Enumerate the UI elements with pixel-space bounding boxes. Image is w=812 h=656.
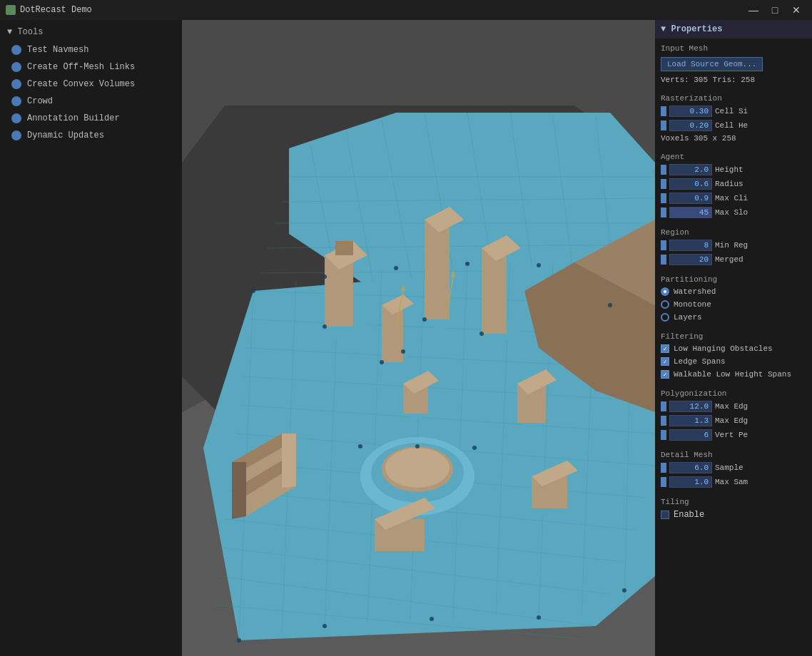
min-region-input[interactable] — [669, 240, 712, 251]
max-sample-err-slider[interactable] — [661, 477, 666, 487]
input-mesh-label: Input Mesh — [655, 41, 812, 54]
vert-per-poly-slider[interactable] — [661, 430, 666, 440]
walkable-low-label: Walkable Low Height Spans — [674, 370, 791, 379]
layers-radio-row[interactable]: Layers — [655, 311, 812, 324]
merged-row: Merged — [655, 252, 812, 267]
load-source-button[interactable]: Load Source Geom... — [661, 57, 763, 71]
tiling-enable-row[interactable]: Enable — [655, 508, 812, 522]
max-edge-len-input[interactable] — [669, 401, 712, 412]
agent-climb-input[interactable] — [669, 193, 712, 204]
svg-point-80 — [465, 262, 470, 266]
merged-slider[interactable] — [661, 255, 666, 265]
agent-group: Agent Height Radius Max Cli Max Slo — [655, 147, 812, 222]
svg-point-77 — [251, 289, 255, 293]
sample-dist-row: Sample — [655, 461, 812, 475]
tiling-label: Tiling — [655, 495, 812, 508]
ledge-spans-row[interactable]: ✓ Ledge Spans — [655, 355, 812, 368]
agent-climb-row: Max Cli — [655, 191, 812, 205]
svg-point-94 — [358, 444, 362, 449]
watershed-radio[interactable] — [661, 287, 669, 296]
svg-point-87 — [622, 588, 626, 593]
monotone-label: Monotone — [674, 300, 711, 309]
walkable-low-checkbox[interactable]: ✓ — [661, 370, 669, 379]
partitioning-label: Partitioning — [655, 272, 812, 285]
minimize-button[interactable]: — — [744, 0, 763, 20]
tiling-checkbox[interactable] — [661, 511, 669, 519]
walkable-low-row[interactable]: ✓ Walkable Low Height Spans — [655, 368, 812, 381]
agent-slope-input[interactable] — [669, 207, 712, 218]
max-sample-err-input[interactable] — [669, 476, 712, 488]
maximize-button[interactable]: □ — [765, 0, 785, 20]
min-region-row: Min Reg — [655, 238, 812, 252]
sidebar-item-test-navmesh[interactable]: Test Navmesh — [0, 41, 182, 58]
max-edge-err-label: Max Edg — [715, 416, 806, 425]
viewport[interactable] — [182, 20, 655, 656]
monotone-radio-row[interactable]: Monotone — [655, 298, 812, 311]
sidebar-item-create-convex[interactable]: Create Convex Volumes — [0, 76, 182, 93]
input-mesh-group: Input Mesh Load Source Geom... Verts: 30… — [655, 39, 812, 88]
watershed-radio-row[interactable]: Watershed — [655, 285, 812, 298]
min-region-label: Min Reg — [715, 241, 806, 250]
main-area: ▼ Tools Test Navmesh Create Off-Mesh Lin… — [0, 20, 812, 656]
svg-point-90 — [422, 317, 427, 322]
detail-mesh-group: Detail Mesh Sample Max Sam — [655, 445, 812, 492]
svg-point-86 — [537, 615, 541, 620]
cell-size-slider[interactable] — [661, 106, 666, 116]
sidebar-dot-annotation — [11, 113, 21, 123]
sidebar-item-create-offmesh[interactable]: Create Off-Mesh Links — [0, 58, 182, 76]
cell-height-slider[interactable] — [661, 121, 666, 130]
agent-radius-slider[interactable] — [661, 179, 666, 189]
sidebar-dot-test-navmesh — [11, 45, 21, 55]
filtering-label: Filtering — [655, 329, 812, 342]
vert-per-poly-label: Vert Pe — [715, 431, 806, 439]
monotone-radio[interactable] — [661, 300, 669, 309]
agent-slope-slider[interactable] — [661, 207, 666, 217]
sidebar-dot-create-offmesh — [11, 62, 21, 72]
layers-label: Layers — [674, 313, 702, 322]
polygonization-group: Polygonization Max Edg Max Edg Vert Pe — [655, 384, 812, 445]
svg-point-89 — [380, 360, 384, 364]
max-edge-len-row: Max Edg — [655, 399, 812, 414]
cell-height-label: Cell He — [715, 121, 806, 130]
agent-radius-input[interactable] — [669, 178, 712, 190]
sample-dist-slider[interactable] — [661, 463, 666, 473]
cell-size-label: Cell Si — [715, 107, 806, 116]
detail-mesh-label: Detail Mesh — [655, 448, 812, 461]
polygonization-label: Polygonization — [655, 386, 812, 399]
min-region-slider[interactable] — [661, 240, 666, 250]
ledge-spans-checkbox[interactable]: ✓ — [661, 357, 669, 366]
max-edge-err-input[interactable] — [669, 415, 712, 426]
low-hanging-checkbox[interactable]: ✓ — [661, 344, 669, 353]
cell-size-row: Cell Si — [655, 104, 812, 118]
mesh-info: Verts: 305 Tris: 258 — [655, 74, 812, 86]
max-edge-err-slider[interactable] — [661, 416, 666, 426]
vert-per-poly-input[interactable] — [669, 429, 712, 441]
agent-slope-label: Max Slo — [715, 208, 806, 217]
sidebar: ▼ Tools Test Navmesh Create Off-Mesh Lin… — [0, 20, 182, 656]
sidebar-item-crowd[interactable]: Crowd — [0, 93, 182, 110]
sidebar-item-annotation[interactable]: Annotation Builder — [0, 110, 182, 127]
cell-size-input[interactable] — [669, 106, 712, 117]
partitioning-group: Partitioning Watershed Monotone Layers — [655, 270, 812, 327]
layers-radio[interactable] — [661, 313, 669, 322]
svg-point-84 — [323, 624, 327, 628]
max-edge-len-slider[interactable] — [661, 401, 666, 411]
low-hanging-row[interactable]: ✓ Low Hanging Obstacles — [655, 342, 812, 355]
agent-climb-label: Max Cli — [715, 194, 806, 203]
cell-height-input[interactable] — [669, 120, 712, 131]
agent-label: Agent — [655, 150, 812, 163]
merged-input[interactable] — [669, 254, 712, 265]
sample-dist-input[interactable] — [669, 462, 712, 473]
watershed-label: Watershed — [674, 287, 716, 296]
svg-marker-44 — [232, 462, 246, 519]
close-button[interactable]: ✕ — [786, 0, 806, 20]
titlebar-title: DotRecast Demo — [20, 5, 92, 15]
agent-height-slider[interactable] — [661, 165, 666, 175]
agent-radius-label: Radius — [715, 180, 806, 188]
agent-height-input[interactable] — [669, 164, 712, 175]
svg-point-65 — [385, 448, 450, 488]
agent-climb-slider[interactable] — [661, 193, 666, 203]
sidebar-header: ▼ Tools — [0, 23, 182, 41]
sidebar-item-dynamic[interactable]: Dynamic Updates — [0, 127, 182, 144]
svg-point-93 — [415, 444, 420, 449]
